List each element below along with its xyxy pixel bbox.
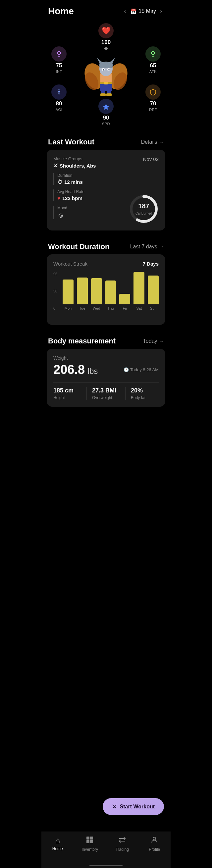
atk-value: 65: [150, 62, 156, 69]
int-value: 75: [56, 62, 62, 69]
int-stat: 75 INT: [51, 46, 67, 73]
bar-sun-label: Sun: [150, 306, 157, 310]
svg-point-41: [153, 837, 156, 840]
body-measurement-title: Body measurement: [48, 337, 116, 345]
details-link[interactable]: Details →: [141, 139, 164, 145]
bar-sat: Sat: [133, 272, 145, 310]
muscle-swords-icon: ⚔: [53, 163, 58, 168]
calorie-donut: 187 Cal Burned: [129, 194, 159, 224]
bmi-value: 27.3 BMI: [92, 387, 120, 394]
workout-duration-header: Workout Duration Last 7 days →: [41, 237, 171, 254]
hp-stat: ❤️ 100 HP: [98, 23, 114, 50]
y-label-96: 96: [53, 272, 57, 276]
clock-icon: 🕐: [124, 367, 129, 372]
def-stat: 70 DEF: [145, 85, 161, 112]
bar-chart: Mon Tue Wed Thu Fri Sat: [63, 272, 159, 318]
calendar-icon: 📅: [130, 8, 137, 14]
today-link[interactable]: Today →: [143, 338, 164, 344]
bar-thu-fill: [105, 280, 116, 304]
height-label: Height: [53, 396, 81, 400]
atk-icon: [145, 46, 161, 62]
bodyfat-value: 20%: [131, 387, 159, 394]
workout-date: Nov 02: [143, 156, 159, 162]
bar-sun-fill: [148, 276, 159, 304]
timer-icon: ⏱: [57, 179, 62, 185]
nav-home[interactable]: ⌂ Home: [41, 836, 74, 851]
mood-label: Mood: [57, 206, 124, 210]
body-measurement-header: Body measurement Today →: [41, 332, 171, 349]
period-link[interactable]: Last 7 days →: [130, 244, 164, 250]
weight-unit: lbs: [88, 367, 98, 376]
svg-rect-37: [87, 840, 89, 843]
svg-point-3: [151, 51, 155, 55]
agi-icon: [51, 85, 67, 100]
mood-icon: ☺: [57, 212, 64, 219]
muscle-group-value: ⚔ Shoulders, Abs: [53, 163, 124, 168]
weight-label: Weight: [53, 355, 159, 361]
chart-area: 96 50 0 Mon Tue Wed Thu F: [53, 272, 159, 318]
y-label-0: 0: [53, 306, 57, 310]
nav-inventory[interactable]: Inventory: [74, 836, 106, 852]
svg-point-0: [57, 51, 61, 55]
chart-header: Workout Streak 7 Days: [53, 261, 159, 267]
nav-home-label: Home: [52, 846, 63, 851]
home-indicator: [89, 865, 123, 866]
last-workout-header: Last Workout Details →: [41, 132, 171, 150]
hp-icon: ❤️: [98, 23, 114, 38]
bar-fri-label: Fri: [123, 306, 127, 310]
height-value: 185 cm: [53, 387, 81, 394]
nav-trading-label: Trading: [116, 847, 129, 852]
spd-value: 90: [103, 115, 109, 121]
agi-stat: 80 AGI: [51, 85, 67, 112]
bar-mon-fill: [63, 280, 73, 304]
nav-profile[interactable]: Profile: [139, 836, 171, 852]
cal-label: Cal Burned: [135, 212, 152, 215]
svg-point-26: [58, 90, 60, 92]
atk-stat: 65 ATK: [145, 46, 161, 73]
weight-display: 206.8 lbs: [53, 363, 98, 377]
workout-right: Nov 02 187 Cal Burned: [129, 156, 159, 224]
bar-thu: Thu: [105, 272, 116, 310]
bar-mon-label: Mon: [65, 306, 71, 310]
streak-label: Workout Streak: [53, 261, 87, 267]
start-workout-button[interactable]: ⚔ Start Workout: [103, 798, 164, 815]
bar-wed-label: Wed: [93, 306, 100, 310]
weight-value: 206.8: [53, 363, 85, 376]
body-measurement-card: Weight 206.8 lbs 🕐 Today 8:26 AM 185 cm …: [47, 349, 165, 407]
y-axis: 96 50 0: [53, 272, 59, 310]
current-date: 15 May: [139, 8, 156, 14]
bar-wed: Wed: [91, 272, 102, 310]
start-workout-label: Start Workout: [120, 804, 155, 810]
nav-profile-label: Profile: [149, 847, 160, 852]
atk-label: ATK: [149, 69, 157, 73]
spd-stat: 90 SPD: [98, 99, 114, 126]
last-workout-card: Muscle Groups ⚔ Shoulders, Abs Duration …: [47, 150, 165, 230]
trading-icon: [118, 836, 126, 846]
bar-sat-label: Sat: [136, 306, 142, 310]
hp-value: 100: [101, 39, 111, 46]
donut-label: 187 Cal Burned: [135, 203, 152, 216]
bmi-label: Overweight: [92, 396, 120, 400]
prev-date-button[interactable]: ‹: [122, 7, 128, 16]
bar-sat-fill: [133, 272, 145, 304]
duration-value: ⏱ 12 mins: [57, 179, 124, 185]
svg-line-31: [59, 93, 60, 94]
duration-field: Duration ⏱ 12 mins: [53, 173, 124, 185]
svg-line-29: [59, 92, 60, 92]
bottom-nav: ⌂ Home Inventory Trading: [41, 832, 171, 868]
nav-trading[interactable]: Trading: [106, 836, 139, 852]
mood-value: ☺: [57, 212, 124, 219]
next-date-button[interactable]: ›: [158, 7, 164, 16]
profile-icon: [150, 836, 158, 846]
def-label: DEF: [149, 107, 157, 112]
bodyfat-label: Body fat: [131, 396, 159, 400]
svg-line-28: [58, 92, 59, 92]
bar-thu-label: Thu: [108, 306, 114, 310]
workout-duration-title: Workout Duration: [48, 242, 109, 251]
svg-point-21: [108, 69, 110, 70]
body-stats-row: 185 cm Height 27.3 BMI Overweight 20% Bo…: [53, 382, 159, 400]
svg-rect-17: [99, 62, 113, 68]
weight-time: 🕐 Today 8:26 AM: [124, 367, 159, 372]
bar-sun: Sun: [148, 272, 159, 310]
svg-rect-15: [106, 93, 112, 96]
